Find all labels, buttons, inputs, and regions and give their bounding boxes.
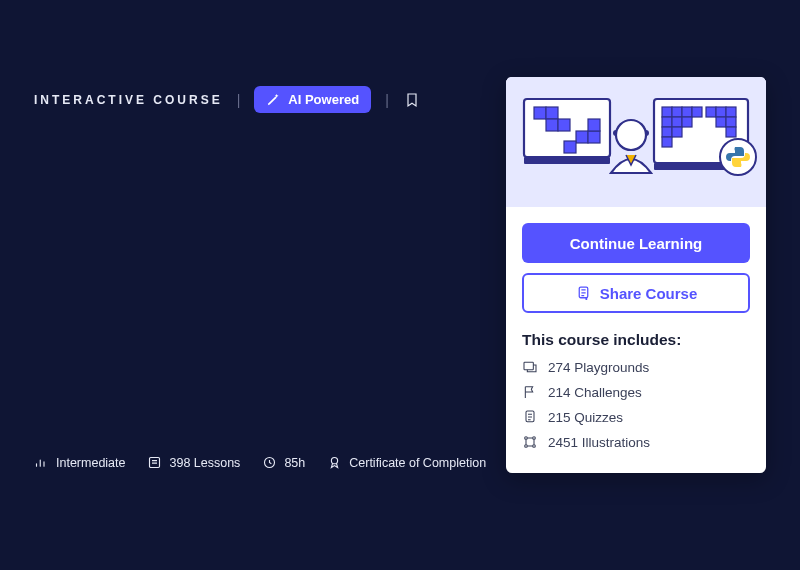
ai-badge-label: AI Powered xyxy=(288,92,359,107)
playgrounds-label: 274 Playgrounds xyxy=(548,360,649,375)
illustrations-label: 2451 Illustrations xyxy=(548,435,650,450)
svg-rect-24 xyxy=(672,127,682,137)
svg-rect-27 xyxy=(716,107,726,117)
lessons-icon xyxy=(147,455,162,470)
includes-challenges: 214 Challenges xyxy=(522,384,750,400)
playground-icon xyxy=(522,359,538,375)
meta-level: Intermediate xyxy=(34,455,125,470)
bookmark-button[interactable] xyxy=(403,91,421,109)
svg-rect-18 xyxy=(682,107,692,117)
share-icon xyxy=(575,285,592,302)
meta-duration: 85h xyxy=(262,455,305,470)
continue-button-label: Continue Learning xyxy=(570,235,703,252)
svg-rect-30 xyxy=(726,117,736,127)
certificate-label: Certificate of Completion xyxy=(349,456,486,470)
svg-rect-20 xyxy=(662,117,672,127)
challenges-label: 214 Challenges xyxy=(548,385,642,400)
svg-point-42 xyxy=(533,445,536,448)
clock-icon xyxy=(262,455,277,470)
svg-rect-6 xyxy=(534,107,546,119)
svg-rect-16 xyxy=(662,107,672,117)
course-card: Continue Learning Share Course This cour… xyxy=(506,77,766,473)
course-meta-row: Intermediate 398 Lessons 85h Certificate… xyxy=(34,455,486,470)
course-header: INTERACTIVE COURSE | AI Powered | xyxy=(34,86,421,113)
illustrations-icon xyxy=(522,434,538,450)
ai-powered-badge[interactable]: AI Powered xyxy=(254,86,371,113)
svg-rect-37 xyxy=(524,362,533,369)
sparkle-pencil-icon xyxy=(266,92,281,107)
svg-rect-7 xyxy=(546,107,558,119)
lessons-label: 398 Lessons xyxy=(169,456,240,470)
svg-rect-5 xyxy=(524,157,610,164)
includes-quizzes: 215 Quizzes xyxy=(522,409,750,425)
bars-icon xyxy=(34,455,49,470)
svg-rect-11 xyxy=(588,131,600,143)
separator: | xyxy=(237,92,241,108)
duration-label: 85h xyxy=(284,456,305,470)
svg-rect-22 xyxy=(682,117,692,127)
svg-point-40 xyxy=(533,437,536,440)
svg-rect-28 xyxy=(726,107,736,117)
includes-title: This course includes: xyxy=(522,331,750,349)
svg-rect-26 xyxy=(706,107,716,117)
includes-playgrounds: 274 Playgrounds xyxy=(522,359,750,375)
separator: | xyxy=(385,92,389,108)
svg-point-35 xyxy=(720,139,756,175)
level-label: Intermediate xyxy=(56,456,125,470)
course-type-label: INTERACTIVE COURSE xyxy=(34,93,223,107)
svg-rect-12 xyxy=(588,119,600,131)
svg-rect-9 xyxy=(558,119,570,131)
meta-lessons: 398 Lessons xyxy=(147,455,240,470)
svg-point-39 xyxy=(525,437,528,440)
includes-illustrations: 2451 Illustrations xyxy=(522,434,750,450)
svg-point-2 xyxy=(332,458,338,464)
continue-learning-button[interactable]: Continue Learning xyxy=(522,223,750,263)
svg-rect-29 xyxy=(716,117,726,127)
share-course-button[interactable]: Share Course xyxy=(522,273,750,313)
svg-rect-19 xyxy=(692,107,702,117)
quizzes-label: 215 Quizzes xyxy=(548,410,623,425)
bookmark-icon xyxy=(404,91,420,109)
quiz-icon xyxy=(522,409,538,425)
meta-certificate: Certificate of Completion xyxy=(327,455,486,470)
svg-rect-23 xyxy=(662,127,672,137)
svg-rect-17 xyxy=(672,107,682,117)
svg-rect-10 xyxy=(576,131,588,143)
svg-rect-8 xyxy=(546,119,558,131)
svg-rect-31 xyxy=(726,127,736,137)
certificate-icon xyxy=(327,455,342,470)
svg-rect-13 xyxy=(564,141,576,153)
svg-rect-21 xyxy=(672,117,682,127)
svg-rect-25 xyxy=(662,137,672,147)
svg-point-41 xyxy=(525,445,528,448)
share-button-label: Share Course xyxy=(600,285,698,302)
svg-rect-0 xyxy=(150,458,160,468)
flag-icon xyxy=(522,384,538,400)
svg-point-34 xyxy=(616,120,646,150)
course-illustration xyxy=(506,77,766,207)
